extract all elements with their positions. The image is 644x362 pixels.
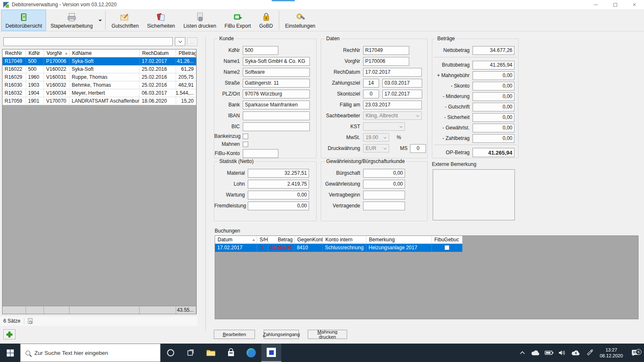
table-row[interactable]: R160301903V160032Behmke, Thomas25.02.201…	[3, 81, 196, 89]
iban-input[interactable]	[243, 111, 310, 120]
add-record-button[interactable]	[3, 329, 16, 339]
mahngebuehr-input[interactable]	[473, 71, 514, 80]
gutschrift-input[interactable]	[473, 103, 514, 111]
toolbar-button-stapelverarbeitung[interactable]: Stapelverarbeitung	[46, 10, 97, 31]
minimize-button[interactable]	[586, 0, 605, 9]
toolbar-button-fibu-export[interactable]: FiBu Export	[221, 10, 255, 31]
maximize-button[interactable]	[605, 0, 625, 9]
lohn-input[interactable]	[248, 180, 309, 189]
kdnr-input[interactable]	[243, 46, 278, 55]
zahlungsziel-date-input[interactable]	[382, 79, 422, 88]
vorgnr-input[interactable]	[363, 57, 409, 66]
table-row[interactable]: R17049500P170006Syka-Soft17.02.201741.26…	[3, 57, 196, 65]
toolbar-button-gobd[interactable]: GoBD	[255, 10, 277, 31]
toolbar-button-listen-drucken[interactable]: Listen drucken	[179, 10, 221, 31]
sicherheit-input[interactable]	[473, 113, 514, 122]
mahnen-checkbox[interactable]	[243, 142, 248, 147]
column-header[interactable]: RechNr	[3, 49, 26, 57]
column-header[interactable]: KdNr	[26, 49, 44, 57]
skontoziel-days-input[interactable]	[363, 90, 379, 98]
table-row[interactable]: R170591901V170070LANDRATSAMT Aschaffenbu…	[3, 97, 196, 105]
task-view-button[interactable]	[181, 344, 201, 362]
notification-center-button[interactable]: 6	[626, 349, 644, 357]
bruttobetrag-input[interactable]	[473, 61, 514, 70]
minderung-input[interactable]	[473, 92, 514, 101]
fremdleistung-input[interactable]	[248, 202, 309, 210]
battery-tray-button[interactable]	[543, 350, 556, 355]
filter-dropdown-button[interactable]	[175, 37, 185, 46]
mwst-combobox[interactable]: 19.00	[363, 133, 389, 142]
start-button[interactable]	[0, 344, 20, 362]
sachbearbeiter-combobox[interactable]: Kling, Albrecht	[363, 111, 422, 120]
table-row[interactable]: R160321904V160034Meyer, Herbert06.03.201…	[3, 89, 196, 97]
skontoziel-date-input[interactable]	[382, 90, 422, 98]
column-header[interactable]: Datum	[215, 236, 257, 244]
externe-bemerkung-textarea[interactable]	[433, 169, 515, 220]
nettobetrag-input[interactable]	[473, 46, 514, 55]
zahlbetrag-input[interactable]	[473, 134, 514, 143]
rechdatum-input[interactable]	[363, 68, 422, 77]
gewaehrlst-input[interactable]	[473, 124, 514, 132]
name2-input[interactable]	[243, 68, 310, 77]
filter-combobox-input[interactable]	[3, 37, 173, 46]
bankeinzug-checkbox[interactable]	[243, 134, 248, 139]
table-row[interactable]: R16022500V160022Syka-Soft25.02.201661,29	[3, 65, 196, 73]
panel-splitter[interactable]	[205, 36, 206, 331]
kst-combobox[interactable]	[363, 122, 405, 131]
mahnung-drucken-button[interactable]: Mahnung drucken	[308, 330, 347, 339]
column-header[interactable]: KdName	[70, 49, 140, 57]
plz-ort-input[interactable]	[243, 90, 310, 98]
gewaehrleistung-input[interactable]	[363, 180, 405, 189]
volume-tray-button[interactable]	[556, 350, 569, 356]
taskbar-clock[interactable]: 13:27 08.12.2020	[596, 347, 626, 359]
buergschaft-input[interactable]	[363, 169, 405, 178]
filter-more-button[interactable]: ...	[187, 37, 197, 46]
cortana-button[interactable]	[161, 344, 181, 362]
druckwaehrung-combobox[interactable]: EUR	[363, 144, 389, 153]
backup-tray-button[interactable]	[569, 350, 583, 356]
column-header[interactable]: Betrag	[268, 236, 295, 244]
ms-input[interactable]	[410, 144, 426, 153]
toolbar-button-einstellungen[interactable]: Einstellungen	[281, 10, 319, 31]
vertragende-input[interactable]	[363, 202, 405, 210]
material-input[interactable]	[248, 169, 309, 178]
table-row[interactable]: R160291960V160031Ruppe, Thomas25.02.2016…	[3, 73, 196, 81]
column-header[interactable]: Bemerkung	[366, 236, 432, 244]
debitorenverwaltung-app-button[interactable]	[261, 344, 281, 362]
op-betrag-input[interactable]	[473, 148, 514, 157]
column-header[interactable]: PBetrag	[176, 49, 196, 57]
zahlungsziel-days-input[interactable]	[363, 79, 379, 88]
toolbar-button-gutschriften[interactable]: Gutschriften	[107, 10, 143, 31]
column-header[interactable]: S/H	[257, 236, 268, 244]
file-explorer-button[interactable]	[201, 344, 221, 362]
zahlungseingang-button[interactable]: Zahlungseingang	[264, 330, 299, 339]
onedrive-tray-button[interactable]	[529, 350, 543, 356]
vertragbeginn-input[interactable]	[363, 191, 405, 199]
tray-expand-button[interactable]	[516, 351, 529, 354]
wartung-input[interactable]	[248, 191, 309, 199]
bank-input[interactable]	[243, 101, 310, 109]
stapelverarbeitung-dropdown[interactable]	[97, 10, 104, 31]
skonto-input[interactable]	[473, 82, 514, 90]
toolbar-button-debitoruebersicht[interactable]: Debitorübersicht	[1, 10, 46, 31]
rechnr-input[interactable]	[363, 46, 409, 55]
column-header[interactable]: FibuGebuc	[432, 236, 462, 244]
name1-input[interactable]	[243, 57, 310, 66]
column-header[interactable]: RechDatum	[140, 49, 176, 57]
column-header[interactable]: Konto intern	[323, 236, 366, 244]
fibu-konto-input[interactable]	[243, 149, 278, 158]
close-button[interactable]: ×	[625, 0, 644, 9]
faellig-am-input[interactable]	[363, 101, 422, 109]
store-button[interactable]	[221, 344, 241, 362]
taskbar-search[interactable]: Zur Suche Text hier eingeben	[20, 344, 161, 362]
column-header[interactable]: GegenKonto	[295, 236, 323, 244]
column-header[interactable]: VorgNr	[44, 49, 70, 57]
bearbeiten-button[interactable]: Bearbeiten	[214, 330, 255, 339]
bic-input[interactable]	[243, 122, 310, 131]
strasse-input[interactable]	[243, 79, 310, 88]
pen-tray-button[interactable]	[583, 349, 596, 356]
edge-button[interactable]	[241, 344, 261, 362]
table-row[interactable]: 17.02.2017S41.265,948410SchlussrechnungH…	[215, 244, 462, 252]
refresh-document-icon[interactable]	[28, 318, 33, 324]
row-checkbox[interactable]	[444, 245, 449, 250]
